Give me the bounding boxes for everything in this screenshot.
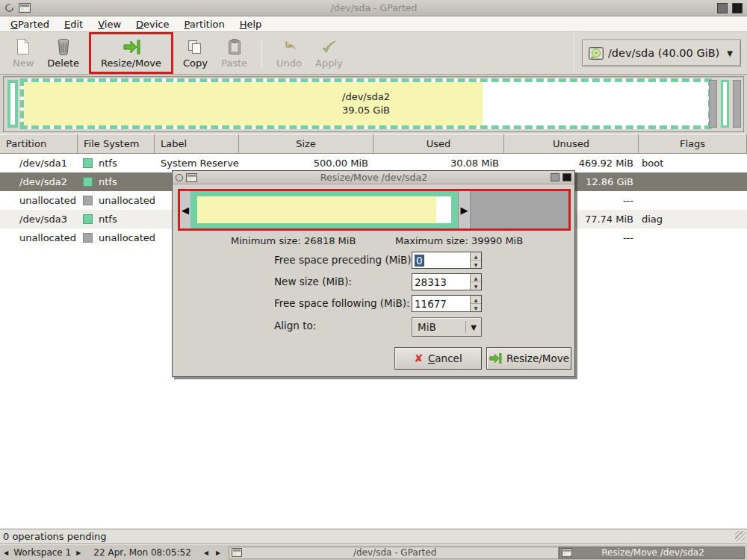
window-maximize-button[interactable] — [717, 3, 728, 13]
window-titlebar: /dev/sda - GParted — [0, 0, 747, 16]
taskbar-item-gparted[interactable]: /dev/sda - GParted — [229, 547, 559, 559]
dialog-title: Resize/Move /dev/sda2 — [200, 172, 548, 183]
align-to-dropdown[interactable]: MiB ▼ — [412, 317, 482, 337]
new-partition-icon — [16, 37, 31, 55]
resize-right-handle-icon[interactable]: ▶ — [458, 191, 471, 228]
fs-name: ntfs — [99, 176, 117, 187]
free-space-following-row: Free space following (MiB): 11677 ▲▼ — [173, 295, 574, 313]
taskbar-clock[interactable]: 22 Apr, Mon 08:05:52 — [84, 547, 199, 558]
dialog-maximize-button[interactable] — [551, 173, 560, 181]
device-selector[interactable]: /dev/sda (40.00 GiB) ▼ — [582, 40, 741, 66]
spin-down-icon[interactable]: ▼ — [471, 261, 481, 268]
workspace-next-icon[interactable]: ▶ — [72, 550, 84, 556]
cancel-button[interactable]: ✘ Cancel — [394, 347, 482, 370]
workspace-label[interactable]: Workspace 1 — [12, 547, 72, 558]
fs-name: ntfs — [99, 214, 117, 225]
free-space-following-value: 11677 — [415, 298, 447, 310]
delete-button-label: Delete — [47, 57, 79, 69]
cell-flags: boot — [639, 158, 747, 169]
cell-filesystem: ntfs — [78, 158, 155, 169]
resize-move-icon — [489, 352, 502, 364]
spin-down-icon[interactable]: ▼ — [471, 282, 481, 290]
copy-icon — [187, 37, 203, 55]
free-space-following-label: Free space following (MiB): — [274, 297, 410, 309]
task-window-icon — [232, 548, 242, 557]
taskbar-item-resize-dialog[interactable]: Resize/Move /dev/sda2 — [559, 547, 745, 559]
dialog-titlebar[interactable]: Resize/Move /dev/sda2 — [173, 171, 574, 184]
apply-check-icon — [320, 37, 338, 55]
new-size-row: New size (MiB): 28313 ▲▼ — [173, 273, 574, 291]
window-title: /dev/sda - GParted — [35, 2, 713, 13]
delete-button[interactable]: Delete — [40, 35, 86, 71]
diskbar-sda2-size: 39.05 GiB — [342, 104, 390, 117]
menu-help[interactable]: Help — [232, 17, 270, 31]
header-partition[interactable]: Partition — [0, 134, 78, 154]
resize-move-button[interactable]: Resize/Move — [94, 35, 168, 71]
align-to-row: Align to: MiB ▼ — [173, 317, 574, 335]
resize-partition-used-fill — [197, 196, 451, 223]
new-size-input[interactable]: 28313 ▲▼ — [412, 273, 482, 290]
header-size[interactable]: Size — [239, 134, 374, 154]
disk-visual-bar: /dev/sda2 39.05 GiB — [3, 76, 744, 132]
resize-free-space-block[interactable] — [471, 191, 568, 228]
free-space-preceding-input[interactable]: 0 ▲▼ — [412, 252, 482, 269]
cell-filesystem: ntfs — [78, 214, 155, 225]
harddrive-icon — [589, 47, 604, 60]
copy-button[interactable]: Copy — [176, 35, 214, 71]
statusbar: 0 operations pending — [0, 529, 747, 544]
menu-device[interactable]: Device — [128, 17, 176, 31]
dialog-resize-move-button[interactable]: Resize/Move — [486, 347, 571, 370]
resize-partition-block[interactable] — [190, 191, 458, 228]
tasklist-next-icon[interactable]: ▶ — [212, 550, 224, 556]
dialog-close-button[interactable] — [562, 173, 571, 181]
menu-gparted[interactable]: GParted — [3, 17, 57, 31]
header-flags[interactable]: Flags — [639, 134, 747, 154]
device-selector-label: /dev/sda (40.00 GiB) — [608, 47, 719, 59]
window-close-button[interactable] — [732, 3, 743, 13]
menu-edit[interactable]: Edit — [57, 17, 90, 31]
maximum-size-label: Maximum size: 39990 MiB — [395, 235, 523, 246]
unallocated-color-swatch — [83, 233, 93, 243]
header-unused[interactable]: Unused — [504, 134, 639, 154]
spin-buttons: ▲▼ — [470, 274, 481, 290]
menu-view[interactable]: View — [90, 17, 128, 31]
new-size-value: 28313 — [415, 276, 447, 288]
spin-up-icon[interactable]: ▲ — [471, 296, 481, 304]
toolbar-separator — [261, 39, 262, 67]
resize-left-handle-icon[interactable]: ◀ — [180, 191, 190, 228]
diskbar-segment-sda2-selected[interactable]: /dev/sda2 39.05 GiB — [20, 78, 712, 129]
header-file-system[interactable]: File System — [78, 134, 155, 154]
free-space-following-input[interactable]: 11677 ▲▼ — [412, 295, 482, 312]
diskbar-segment-sda3[interactable] — [721, 80, 729, 128]
free-space-preceding-value: 0 — [415, 255, 424, 267]
workspace-prev-icon[interactable]: ◀ — [0, 550, 12, 556]
fs-name: unallocated — [99, 232, 155, 243]
diskbar-segment-unallocated-1[interactable] — [709, 80, 717, 128]
header-used[interactable]: Used — [374, 134, 504, 154]
new-size-label: New size (MiB): — [274, 276, 352, 287]
task-window-icon — [562, 548, 572, 557]
tasklist-prev-icon[interactable]: ◀ — [200, 550, 212, 556]
header-label[interactable]: Label — [155, 134, 239, 154]
device-separator — [574, 32, 574, 74]
cell-filesystem: ntfs — [78, 176, 155, 187]
spin-down-icon[interactable]: ▼ — [471, 304, 481, 311]
resize-grip[interactable] — [735, 531, 746, 541]
resize-move-highlight-box: Resize/Move — [89, 32, 173, 74]
resize-slider-widget: ◀ ▶ — [178, 189, 571, 231]
spin-up-icon[interactable]: ▲ — [471, 252, 481, 261]
spin-up-icon[interactable]: ▲ — [471, 274, 481, 282]
undo-button: Undo — [270, 35, 309, 71]
cell-partition: /dev/sda3 — [0, 214, 78, 225]
gparted-window-icon — [19, 3, 31, 13]
ntfs-color-swatch — [83, 214, 93, 224]
diskbar-segment-unallocated-2[interactable] — [733, 80, 741, 128]
diskbar-segment-sda1[interactable] — [7, 80, 18, 128]
cell-partition: unallocated — [0, 232, 78, 243]
minimum-size-label: Minimum size: 26818 MiB — [231, 235, 356, 246]
apply-button-label: Apply — [315, 57, 343, 69]
menu-partition[interactable]: Partition — [177, 17, 232, 31]
dialog-menu-icon[interactable] — [176, 174, 183, 181]
cancel-button-label: Cancel — [428, 352, 462, 364]
unallocated-color-swatch — [83, 196, 93, 205]
